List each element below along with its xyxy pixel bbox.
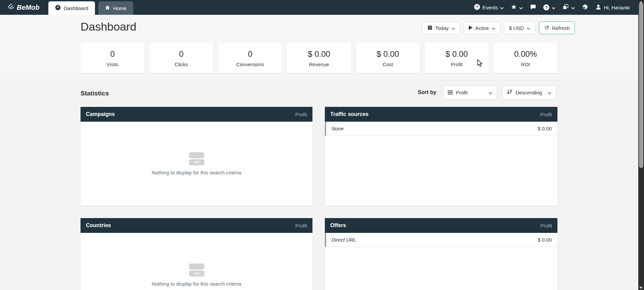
status-filter-button[interactable]: Active: [464, 22, 500, 34]
stat-card-cost: $ 0.00 Cost: [356, 43, 420, 73]
bemob-plume-icon: [7, 3, 14, 12]
tab-bar: Dashboard Home: [48, 0, 133, 15]
vertical-scrollbar[interactable]: [638, 0, 644, 290]
chevron-down-icon: [548, 90, 551, 95]
stat-card-roi: 0.00% ROI: [494, 43, 557, 73]
chevron-down-icon: [519, 5, 523, 10]
panel-metric-label: Profit: [295, 112, 307, 117]
panel-countries: Countries Profit Nothing to display for …: [81, 218, 312, 290]
chevron-down-icon: [500, 5, 504, 10]
workspaces-menu[interactable]: [562, 4, 575, 11]
sort-order-value: Descending: [515, 90, 542, 95]
sort-by-label: Sort by: [418, 89, 436, 95]
panel-body: Nothing to display for this search crite…: [81, 233, 312, 290]
stat-label: Clicks: [175, 61, 188, 67]
sort-descending-icon: [507, 89, 512, 95]
row-name: Direct URL: [332, 237, 356, 243]
panel-title: Traffic sources: [330, 111, 368, 117]
row-value: $ 0.00: [538, 126, 552, 131]
stat-card-conversions: 0 Conversions: [218, 43, 282, 73]
stacked-cards-icon: [189, 263, 204, 277]
user-icon: [595, 4, 601, 11]
scroll-down-arrow[interactable]: [639, 287, 643, 289]
mouse-cursor: [477, 59, 484, 69]
date-range-label: Today: [435, 25, 449, 31]
currency-button[interactable]: $ USD: [504, 22, 535, 34]
stat-value: $ 0.00: [445, 49, 468, 59]
panel-header: Countries Profit: [81, 218, 312, 233]
stat-label: Cost: [383, 61, 393, 67]
tab-dashboard[interactable]: Dashboard: [48, 1, 95, 15]
stat-value: 0: [248, 49, 252, 59]
empty-state-text: Nothing to display for this search crite…: [152, 170, 241, 175]
events-label: Events: [483, 5, 498, 10]
gauge-icon: [55, 5, 61, 11]
main-content: Dashboard Today Active $ USD: [0, 15, 638, 290]
help-icon: ?: [543, 4, 549, 10]
tab-home-label: Home: [113, 5, 127, 11]
row-name: None: [332, 126, 344, 131]
panel-body: None $ 0.00: [325, 122, 557, 206]
sort-field-value: Profit: [456, 90, 467, 95]
stacked-cards-icon: [189, 152, 204, 165]
panel-metric-label: Profit: [540, 112, 552, 117]
page-title: Dashboard: [81, 20, 136, 33]
table-row: None $ 0.00: [325, 122, 557, 136]
chevron-down-icon: [451, 25, 455, 31]
gear-icon: [582, 4, 588, 11]
panel-metric-label: Profit: [295, 223, 307, 229]
stat-card-revenue: $ 0.00 Revenue: [287, 43, 351, 73]
account-menu[interactable]: Hi, Наталія: [595, 4, 630, 11]
feedback-button[interactable]: [530, 4, 536, 11]
help-menu[interactable]: ?: [543, 4, 555, 10]
refresh-icon: [544, 25, 549, 31]
panel-header: Traffic sources Profit: [325, 107, 557, 122]
stat-label: ROI: [521, 61, 530, 67]
star-icon: [511, 4, 517, 11]
currency-label: $ USD: [509, 25, 524, 31]
topbar: BeMob Dashboard Home Events: [0, 0, 638, 15]
refresh-button[interactable]: Refresh: [539, 22, 575, 34]
stat-label: Conversions: [236, 61, 264, 67]
sort-field-dropdown[interactable]: Profit: [443, 85, 497, 99]
chevron-down-icon: [571, 5, 575, 10]
tab-home[interactable]: Home: [98, 1, 133, 15]
chevron-down-icon: [489, 90, 492, 95]
gauge-icon: [474, 4, 480, 11]
empty-state-text: Nothing to display for this search crite…: [152, 281, 241, 287]
stat-value: 0: [110, 49, 114, 59]
home-icon: [105, 5, 110, 11]
bemob-logo[interactable]: BeMob: [7, 3, 40, 12]
stat-value: 0.00%: [514, 49, 537, 59]
stat-value: $ 0.00: [377, 49, 399, 59]
bemob-logo-text: BeMob: [17, 4, 40, 11]
stat-value: 0: [179, 49, 184, 59]
greeting-text: Hi, Наталія: [604, 5, 630, 10]
events-menu[interactable]: Events: [474, 4, 504, 11]
panel-header: Campaigns Profit: [81, 107, 312, 122]
stat-card-clicks: 0 Clicks: [149, 43, 213, 73]
bars-icon: [448, 90, 453, 95]
panel-offers: Offers Profit Direct URL $ 0.00: [325, 218, 557, 290]
scrollbar-thumb[interactable]: [639, 3, 643, 168]
panel-body: Direct URL $ 0.00: [325, 233, 557, 290]
panel-header: Offers Profit: [325, 218, 557, 233]
date-range-button[interactable]: Today: [422, 22, 460, 34]
empty-state: Nothing to display for this search crite…: [81, 233, 312, 290]
statistics-heading: Statistics: [81, 90, 109, 97]
refresh-label: Refresh: [552, 25, 570, 31]
panel-title: Countries: [86, 222, 111, 229]
sort-order-dropdown[interactable]: Descending: [502, 85, 556, 99]
panel-title: Campaigns: [86, 111, 115, 117]
tab-dashboard-label: Dashboard: [64, 5, 88, 11]
stat-card-visits: 0 Visits: [81, 43, 144, 73]
status-filter-label: Active: [475, 25, 489, 31]
chevron-down-icon: [527, 25, 530, 31]
panel-title: Offers: [330, 222, 346, 229]
chat-icon: [530, 4, 536, 11]
panel-metric-label: Profit: [540, 223, 552, 229]
settings-button[interactable]: [582, 4, 588, 11]
chevron-down-icon: [552, 5, 555, 10]
stat-value: $ 0.00: [308, 49, 330, 59]
favorites-menu[interactable]: [511, 4, 523, 11]
